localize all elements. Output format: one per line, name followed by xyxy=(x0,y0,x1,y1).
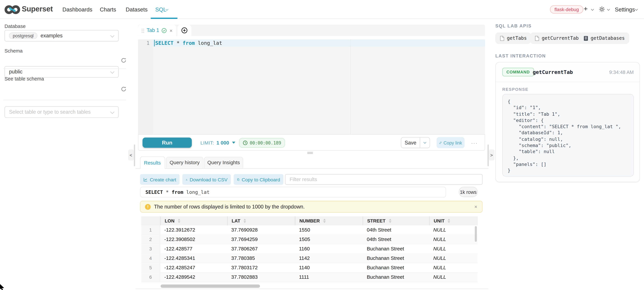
table-select[interactable]: Select table or type to search tables xyxy=(4,106,119,118)
query-operator: * xyxy=(163,189,172,195)
schema-refresh-icon[interactable] xyxy=(121,57,126,63)
settings-chevron-icon[interactable] xyxy=(635,8,638,10)
new-item-plus-icon[interactable]: + xyxy=(584,5,588,12)
link-icon xyxy=(439,140,442,145)
collapse-left-panel-button[interactable]: < xyxy=(128,149,134,161)
copy-clipboard-button[interactable]: Copy to Clipboard xyxy=(234,174,284,185)
response-label: RESPONSE xyxy=(502,87,528,92)
table-cell: 37.7694259 xyxy=(227,235,295,244)
table-row[interactable]: 6 -122.4289542 37.7802883 1111 Buchanan … xyxy=(141,273,478,282)
table-row[interactable]: 1 -122.3912672 37.7690928 1550 04th Stre… xyxy=(141,225,478,235)
database-select[interactable]: postgresql examples xyxy=(4,30,119,41)
row-limit-warning-banner: ! The number of rows displayed is limite… xyxy=(140,201,482,213)
table-vertical-scrollbar[interactable] xyxy=(475,226,477,242)
column-header-street[interactable]: STREET xyxy=(362,216,429,226)
nav-datasets[interactable]: Datasets xyxy=(126,6,148,13)
nav-sql[interactable]: SQL xyxy=(155,6,166,13)
limit-dropdown-caret-icon[interactable] xyxy=(232,142,236,144)
table-schema-label: See table schema xyxy=(4,76,44,82)
warning-close-icon[interactable]: × xyxy=(474,204,477,209)
left-resize-handle[interactable] xyxy=(134,144,135,166)
run-query-button[interactable]: Run xyxy=(142,138,192,148)
new-item-chevron-icon[interactable] xyxy=(591,8,594,10)
limit-value[interactable]: 1 000 xyxy=(216,140,229,146)
sort-icon[interactable] xyxy=(244,219,246,223)
table-cell: Buchanan Street xyxy=(362,254,429,263)
schema-select-value: public xyxy=(9,69,22,75)
document-icon xyxy=(535,35,539,41)
query-timer-badge: 00:00:00.189 xyxy=(239,138,285,148)
sql-code-editor[interactable]: 1 SELECT * from long_lat xyxy=(138,39,485,134)
brand-title[interactable]: Superset xyxy=(22,5,53,13)
database-engine-badge: postgresql xyxy=(9,32,38,39)
more-actions-button[interactable]: ··· xyxy=(471,140,478,146)
copy-clipboard-label: Copy to Clipboard xyxy=(242,177,280,182)
warning-icon: ! xyxy=(145,204,151,210)
editor-caret xyxy=(154,40,155,46)
filter-results-input[interactable] xyxy=(285,174,482,185)
tab-drag-handle-icon[interactable] xyxy=(141,28,144,33)
last-interaction-heading: LAST INTERACTION xyxy=(496,53,546,58)
right-resize-handle[interactable] xyxy=(487,144,488,166)
sort-icon[interactable] xyxy=(448,219,450,223)
environment-tag: flask-debug xyxy=(550,5,584,14)
run-button-label: Run xyxy=(162,140,172,146)
nav-charts[interactable]: Charts xyxy=(100,6,116,13)
table-select-chevron-icon[interactable] xyxy=(110,110,114,114)
api-button-getcurrenttab[interactable]: getCurrentTab xyxy=(530,32,583,44)
table-horizontal-scrollbar[interactable] xyxy=(160,285,260,288)
table-cell: 04th Street xyxy=(362,225,429,235)
copy-link-label: Copy link xyxy=(444,140,462,145)
table-cell: 1160 xyxy=(295,244,362,253)
sort-icon[interactable] xyxy=(323,219,326,223)
table-row[interactable]: 4 -122.4285341 37.780385 1142 Buchanan S… xyxy=(141,254,478,263)
save-query-button[interactable]: Save xyxy=(401,137,430,148)
warning-text: The number of rows displayed is limited … xyxy=(154,204,305,210)
save-button-label[interactable]: Save xyxy=(401,138,420,148)
tab-query-insights[interactable]: Query Insights xyxy=(204,157,243,168)
api-button-label: getCurrentTab xyxy=(542,35,578,41)
sort-icon[interactable] xyxy=(389,219,391,223)
table-row[interactable]: 5 -122.4285247 37.7803172 1140 Buchanan … xyxy=(141,263,478,273)
tab-results[interactable]: Results xyxy=(140,156,165,169)
executed-query-preview[interactable]: SELECT * from long_lat xyxy=(140,187,446,197)
api-button-getdatabases[interactable]: getDatabases xyxy=(579,32,629,44)
column-label: STREET xyxy=(367,218,386,223)
query-tab-title[interactable]: Tab 1 xyxy=(146,27,159,33)
column-header-lat[interactable]: LAT xyxy=(227,216,295,226)
table-cell: 1505 xyxy=(295,235,362,244)
theme-chevron-icon[interactable] xyxy=(607,8,610,10)
column-header-number[interactable]: NUMBER xyxy=(295,216,362,226)
table-row[interactable]: 2 -122.3908502 37.7694259 1505 04th Stre… xyxy=(141,235,478,244)
settings-menu[interactable]: Settings xyxy=(615,6,635,13)
database-select-chevron-icon[interactable] xyxy=(110,33,114,37)
table-cell: -122.3912672 xyxy=(160,225,227,235)
new-tab-button[interactable] xyxy=(178,24,192,36)
response-code-block[interactable]: { "id": "1", "title": "Tab 1", "editor":… xyxy=(502,94,634,177)
expand-right-panel-button[interactable]: > xyxy=(489,149,494,161)
table-cell: NULL xyxy=(429,263,478,272)
table-cell: -122.4289542 xyxy=(160,273,227,282)
table-row[interactable]: 3 -122.428577 37.7806267 1160 Buchanan S… xyxy=(141,244,478,254)
nav-dashboards[interactable]: Dashboards xyxy=(62,6,92,13)
column-header-lon[interactable]: LON xyxy=(160,216,227,226)
save-dropdown-caret[interactable] xyxy=(420,138,430,148)
download-csv-button[interactable]: Download to CSV xyxy=(182,174,231,185)
superset-logo-icon[interactable] xyxy=(4,3,20,15)
table-cell: -122.4285247 xyxy=(160,263,227,272)
column-header-unit[interactable]: UNIT xyxy=(429,216,478,226)
copy-link-button[interactable]: Copy link xyxy=(436,137,464,148)
schema-select-chevron-icon[interactable] xyxy=(110,69,114,74)
panel-splitter-handle[interactable] xyxy=(307,151,313,154)
limit-label[interactable]: LIMIT: xyxy=(200,140,214,145)
sort-icon[interactable] xyxy=(178,219,180,223)
row-number: 5 xyxy=(141,263,160,272)
top-nav-bar: Superset Dashboards Charts Datasets SQL … xyxy=(0,0,644,19)
tab-close-icon[interactable]: × xyxy=(170,27,173,33)
tab-query-history[interactable]: Query history xyxy=(166,157,204,168)
query-tab-1[interactable]: Tab 1 × xyxy=(138,24,176,36)
create-chart-button[interactable]: Create chart xyxy=(140,174,180,185)
theme-sun-icon[interactable] xyxy=(599,6,605,12)
api-button-gettabs[interactable]: getTabs xyxy=(496,32,531,44)
table-refresh-icon[interactable] xyxy=(121,86,126,92)
